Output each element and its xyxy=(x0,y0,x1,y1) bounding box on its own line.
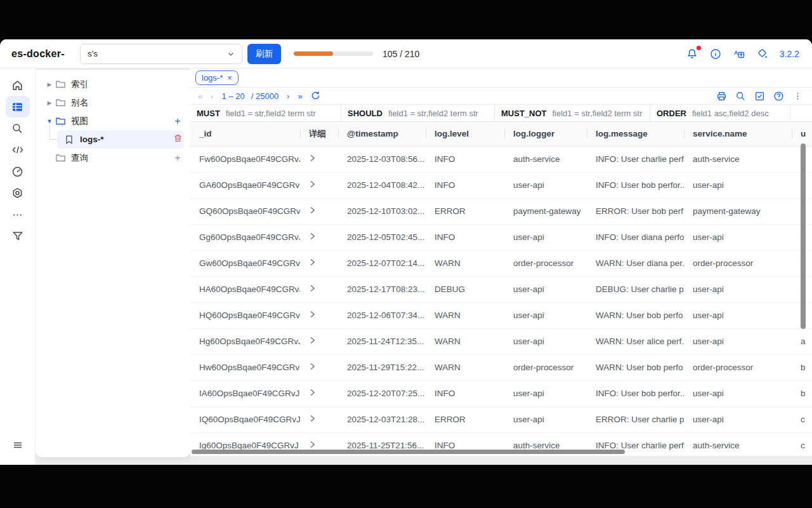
next-page-button[interactable]: › xyxy=(287,91,289,101)
query-chip-must[interactable]: MUST field1 = str,field2 term str xyxy=(190,105,341,121)
cell-logger: user-api xyxy=(504,172,587,198)
column-select-button[interactable] xyxy=(754,91,765,102)
table-row[interactable]: HA60OpsBqae0F49CGRvJ 2025-12-17T08:23...… xyxy=(190,276,812,302)
column-header-logger[interactable]: log.logger xyxy=(504,122,587,146)
cell-detail[interactable] xyxy=(300,380,338,406)
nav-rail xyxy=(0,69,36,465)
nav-filter[interactable] xyxy=(6,225,30,247)
table-row[interactable]: GQ60OpsBqae0F49CGRvJ 2025-12-10T03:02...… xyxy=(190,198,812,224)
tree-label: 别名 xyxy=(71,97,88,109)
cell-timestamp: 2025-11-24T12:35... xyxy=(338,328,426,354)
caret-right-icon[interactable]: ▶ xyxy=(44,100,55,106)
tab-logs[interactable]: logs-* × xyxy=(195,70,239,85)
chip-label: MUST_NOT xyxy=(501,109,547,118)
nav-more[interactable] xyxy=(6,204,30,225)
table-body: Fw60OpsBqae0F49CGRvJ 2025-12-03T08:56...… xyxy=(190,146,812,456)
table-row[interactable]: GA60OpsBqae0F49CGRvJ 2025-12-04T08:42...… xyxy=(190,172,812,198)
cell-detail[interactable] xyxy=(300,328,338,354)
close-tab-icon[interactable]: × xyxy=(227,74,232,82)
column-header-timestamp[interactable]: @timestamp xyxy=(338,122,426,146)
tree-panel: ▶ 索引 ▶ 别名 ▼ 视图 + logs-* xyxy=(36,70,190,457)
delete-view-button[interactable] xyxy=(171,133,184,145)
table-row[interactable]: IA60OpsBqae0F49CGRvJ 2025-12-20T07:25...… xyxy=(190,380,812,406)
first-page-button[interactable]: « xyxy=(198,91,202,101)
horizontal-scrollbar[interactable] xyxy=(192,450,625,454)
translate-button[interactable]: A xyxy=(733,48,745,60)
pagination-bar: « ‹ 1 – 20 / 25000 › » xyxy=(190,88,812,104)
print-button[interactable] xyxy=(716,91,727,102)
tree-item-views[interactable]: ▼ 视图 + xyxy=(41,112,184,130)
tree-label: 索引 xyxy=(71,79,88,90)
cell-detail[interactable] xyxy=(300,354,338,380)
reload-button[interactable] xyxy=(311,91,320,101)
cell-message: WARN: User bob perfo... xyxy=(587,302,684,328)
column-header-message[interactable]: log.message xyxy=(587,122,684,146)
table-row[interactable]: Gg60OpsBqae0F49CGRvJ 2025-12-05T02:45...… xyxy=(190,224,812,250)
info-button[interactable] xyxy=(709,48,722,60)
query-chip-should[interactable]: SHOULD field1 = str,field2 term str xyxy=(341,105,495,121)
nav-code[interactable] xyxy=(6,139,30,161)
tree-item-view-logs[interactable]: logs-* xyxy=(57,130,184,149)
notifications-button[interactable] xyxy=(686,48,698,60)
table-row[interactable]: Fw60OpsBqae0F49CGRvJ 2025-12-03T08:56...… xyxy=(190,146,812,172)
chevron-down-icon xyxy=(227,50,235,58)
more-options-button[interactable] xyxy=(792,91,803,102)
cell-service: user-api xyxy=(684,302,792,328)
cell-detail[interactable] xyxy=(300,224,338,250)
theme-button[interactable] xyxy=(756,48,769,60)
cell-id: GQ60OpsBqae0F49CGRvJ xyxy=(190,198,300,224)
cell-detail[interactable] xyxy=(300,276,338,302)
column-header-detail[interactable]: 详细 xyxy=(300,122,338,146)
column-header-level[interactable]: log.level xyxy=(426,122,504,146)
caret-down-icon[interactable]: ▼ xyxy=(44,118,55,124)
column-header-id[interactable]: _id xyxy=(190,122,300,146)
prev-page-button[interactable]: ‹ xyxy=(211,91,213,101)
menu-icon xyxy=(12,439,23,451)
folder-icon xyxy=(55,116,66,127)
gauge-icon xyxy=(11,166,23,178)
refresh-button[interactable]: 刷新 xyxy=(247,44,281,64)
cell-detail[interactable] xyxy=(300,250,338,276)
cell-level: WARN xyxy=(426,354,504,380)
cell-service: order-processor xyxy=(684,250,792,276)
table-row[interactable]: HQ60OpsBqae0F49CGRvJ 2025-12-06T07:34...… xyxy=(190,302,812,328)
table-row[interactable]: Gw60OpsBqae0F49CGRvJ 2025-12-07T02:14...… xyxy=(190,250,812,276)
chip-label: MUST xyxy=(197,109,220,118)
query-chip-order[interactable]: ORDER field1 asc,field2 desc xyxy=(650,105,790,121)
table-row[interactable]: Hg60OpsBqae0F49CGRvJ 2025-11-24T12:35...… xyxy=(190,328,812,354)
nav-home[interactable] xyxy=(6,74,30,96)
notification-badge xyxy=(697,46,701,50)
tree-item-queries[interactable]: ▶ 查询 + xyxy=(41,149,184,167)
cell-service: payment-gateway xyxy=(684,198,792,224)
cell-detail[interactable] xyxy=(300,172,338,198)
cell-detail[interactable] xyxy=(300,302,338,328)
vertical-scrollbar[interactable] xyxy=(801,144,806,329)
help-button[interactable] xyxy=(773,91,784,102)
table-row[interactable]: Hw60OpsBqae0F49CGRvJ 2025-11-29T15:22...… xyxy=(190,354,812,380)
caret-right-icon[interactable]: ▶ xyxy=(44,81,55,88)
progress-fill xyxy=(294,51,334,56)
search-table-button[interactable] xyxy=(735,91,746,102)
last-page-button[interactable]: » xyxy=(298,91,302,101)
collapse-menu-button[interactable] xyxy=(6,434,30,456)
nav-data-table[interactable] xyxy=(6,96,30,117)
table-row[interactable]: IQ60OpsBqae0F49CGRvJ 2025-12-03T21:28...… xyxy=(190,406,812,432)
add-query-button[interactable]: + xyxy=(171,152,184,164)
chips-filler xyxy=(790,105,812,121)
tree-item-indices[interactable]: ▶ 索引 xyxy=(41,75,184,93)
column-header-service[interactable]: service.name xyxy=(684,122,792,146)
cell-detail[interactable] xyxy=(300,406,338,432)
nav-search[interactable] xyxy=(6,117,30,139)
query-chip-must-not[interactable]: MUST_NOT field1 = str,field2 term str xyxy=(495,105,650,121)
index-select[interactable]: s's xyxy=(80,44,242,64)
cell-detail[interactable] xyxy=(300,198,338,224)
cell-detail[interactable] xyxy=(300,146,338,172)
cell-logger: order-processor xyxy=(504,250,587,276)
index-select-value: s's xyxy=(88,49,98,58)
nav-settings[interactable] xyxy=(6,182,30,204)
add-view-button[interactable]: + xyxy=(171,116,184,127)
column-header-user[interactable]: u xyxy=(792,122,812,146)
nav-dashboard[interactable] xyxy=(6,161,30,182)
tree-item-aliases[interactable]: ▶ 别名 xyxy=(41,93,184,112)
cell-message: WARN: User alice perf... xyxy=(587,328,684,354)
